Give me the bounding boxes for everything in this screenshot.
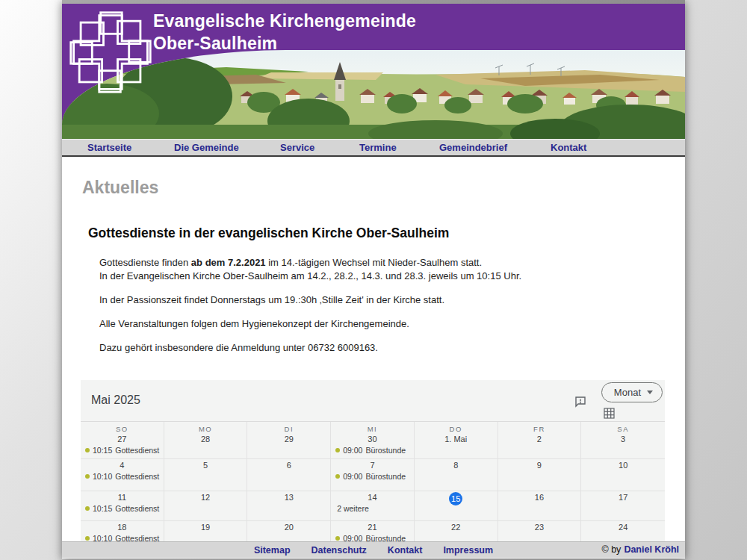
- page-title: Aktuelles: [82, 178, 685, 198]
- weekday-header: SA: [581, 425, 665, 433]
- date-number: 4: [81, 461, 164, 470]
- event-title: Gottesdienst: [115, 504, 159, 513]
- date-number: 20: [247, 523, 330, 532]
- nav-item-termine[interactable]: Termine: [359, 140, 397, 156]
- calendar-event[interactable]: 10:15Gottesdienst: [81, 504, 164, 513]
- view-selector-button[interactable]: Monat: [601, 382, 663, 402]
- date-number: 17: [581, 493, 665, 502]
- grid-view-icon[interactable]: [604, 408, 615, 419]
- date-number: 19: [164, 523, 247, 532]
- event-dot-icon: [85, 536, 90, 541]
- calendar-day-cell: 24: [581, 521, 665, 541]
- calendar-day-cell: 20: [247, 521, 331, 541]
- date-number: 22: [415, 523, 498, 532]
- footer-link-kontakt[interactable]: Kontakt: [388, 545, 423, 556]
- event-title: Gottesdienst: [115, 446, 159, 455]
- calendar-day-cell: 709:00Bürostunde: [331, 459, 415, 491]
- event-time: 10:15: [93, 504, 112, 513]
- weekday-header: FR: [498, 425, 581, 433]
- cross-of-squares-icon[interactable]: [68, 7, 153, 98]
- event-dot-icon: [85, 506, 90, 511]
- site-title-line2: Ober-Saulheim: [153, 32, 416, 55]
- event-dot-icon: [335, 536, 340, 541]
- date-number: 10: [581, 461, 665, 470]
- calendar-day-cell: 13: [247, 491, 331, 520]
- date-number: 23: [498, 523, 581, 532]
- calendar-event[interactable]: 10:10Gottesdienst: [81, 472, 164, 481]
- calendar-day-cell: 23: [498, 521, 582, 541]
- date-number: 16: [498, 493, 581, 502]
- nav-item-die-gemeinde[interactable]: Die Gemeinde: [174, 140, 239, 156]
- calendar-day-cell: 22: [415, 521, 498, 541]
- calendar-day-cell: 1110:15Gottesdienst: [81, 491, 164, 520]
- more-events-link[interactable]: 2 weitere: [331, 504, 414, 513]
- calendar-day-cell: 15: [415, 491, 498, 520]
- page: Evangelische Kirchengemeinde Ober-Saulhe…: [62, 0, 685, 559]
- calendar-day-cell: FR2: [498, 422, 582, 458]
- weekday-header: DO: [415, 425, 498, 433]
- event-dot-icon: [85, 474, 90, 479]
- calendar-day-cell: 19: [164, 521, 248, 541]
- calendar-day-cell: 17: [581, 491, 665, 520]
- footer-link-datenschutz[interactable]: Datenschutz: [311, 545, 367, 556]
- calendar-day-cell: 16: [498, 491, 582, 520]
- weekday-header: MO: [164, 425, 247, 433]
- event-time: 09:00: [343, 472, 362, 481]
- copyright-author-link[interactable]: Daniel Kröhl: [624, 544, 679, 555]
- footer-link-impressum[interactable]: Impressum: [443, 545, 493, 556]
- event-time: 10:10: [93, 472, 112, 481]
- today-date-badge: 15: [449, 492, 462, 505]
- nav-item-service[interactable]: Service: [280, 140, 314, 156]
- event-dot-icon: [335, 448, 340, 452]
- date-number: 9: [498, 461, 581, 470]
- calendar-day-cell: SA3: [581, 422, 665, 458]
- calendar-week-row: 410:10Gottesdienst56709:00Bürostunde8910: [81, 459, 665, 491]
- view-selector-label: Monat: [614, 387, 641, 398]
- event-title: Gottesdienst: [115, 472, 159, 481]
- nav-item-kontakt[interactable]: Kontakt: [551, 140, 586, 156]
- calendar-event[interactable]: 09:00Bürostunde: [331, 446, 414, 455]
- calendar-day-cell: MI3009:00Bürostunde: [331, 422, 415, 458]
- calendar-day-cell: 6: [247, 459, 331, 491]
- calendar-day-cell: 8: [415, 459, 498, 491]
- event-time: 10:15: [93, 446, 112, 455]
- calendar-day-cell: 10: [581, 459, 665, 491]
- date-number: 28: [164, 435, 247, 444]
- calendar-event[interactable]: 10:15Gottesdienst: [81, 446, 164, 455]
- paragraph-services: Gottesdienste finden ab dem 7.2.2021 im …: [99, 256, 685, 283]
- event-time: 10:10: [93, 534, 112, 541]
- calendar-month-title: Mai 2025: [91, 393, 140, 407]
- event-title: Gottesdienst: [115, 534, 159, 541]
- calendar-week-row: SO2710:15GottesdienstMO28DI29MI3009:00Bü…: [81, 422, 665, 459]
- calendar-grid: SO2710:15GottesdienstMO28DI29MI3009:00Bü…: [81, 421, 665, 541]
- calendar-day-cell: 410:10Gottesdienst: [81, 459, 164, 491]
- date-number: 14: [331, 493, 414, 502]
- calendar-day-cell: 142 weitere: [331, 491, 415, 520]
- calendar-event[interactable]: 10:10Gottesdienst: [81, 534, 164, 541]
- date-number: 11: [81, 493, 164, 502]
- date-number: 24: [581, 523, 665, 532]
- nav-item-startseite[interactable]: Startseite: [87, 140, 131, 156]
- date-number: 1. Mai: [415, 435, 498, 444]
- event-title: Bürostunde: [365, 446, 406, 455]
- copyright: © byDaniel Kröhl: [601, 542, 679, 558]
- nav-item-gemeindebrief[interactable]: Gemeindebrief: [439, 140, 507, 156]
- date-number: 3: [581, 435, 665, 444]
- date-number: 29: [247, 435, 330, 444]
- calendar-event[interactable]: 09:00Bürostunde: [331, 472, 414, 481]
- calendar-week-row: 1810:10Gottesdienst19202109:00Bürostunde…: [81, 521, 665, 541]
- weekday-header: SO: [81, 425, 164, 433]
- village-panorama-photo: [62, 50, 685, 139]
- footer-link-sitemap[interactable]: Sitemap: [254, 545, 291, 556]
- date-number: 12: [164, 493, 247, 502]
- calendar-embed: Mai 2025 Monat SO2710:15GottesdienstMO28…: [81, 380, 665, 541]
- calendar-day-cell: MO28: [164, 422, 248, 458]
- speech-bubble-exclamation-icon[interactable]: [574, 395, 587, 408]
- event-title: Bürostunde: [365, 472, 406, 481]
- calendar-day-cell: DI29: [247, 422, 331, 458]
- calendar-event[interactable]: 09:00Bürostunde: [331, 534, 414, 541]
- main-content: Aktuelles Gottesdienste in der evangelis…: [62, 157, 685, 541]
- paragraph-hygienekonzept: Alle Veranstaltungen folgen dem Hygienek…: [99, 317, 685, 331]
- date-number: 27: [81, 435, 164, 444]
- main-nav: Startseite Die Gemeinde Service Termine …: [62, 139, 685, 157]
